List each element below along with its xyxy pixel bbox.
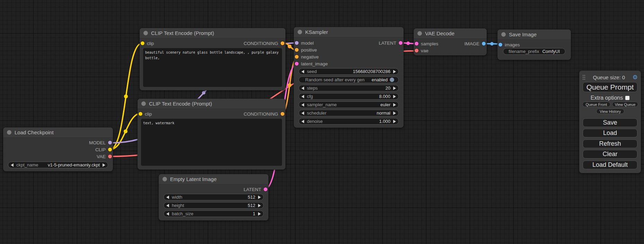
widget-label: steps [307, 85, 318, 91]
input-port-images[interactable] [499, 43, 502, 47]
view-history-button[interactable]: View History [596, 109, 624, 114]
widget-width[interactable]: width 512 [164, 194, 264, 200]
collapse-dot-icon[interactable] [7, 130, 11, 135]
toggle-knob-icon[interactable] [390, 78, 394, 82]
queue-panel[interactable]: Queue size: 0 ⚙ Queue Prompt Extra optio… [579, 71, 641, 173]
output-port-conditioning[interactable] [281, 42, 284, 45]
positive-prompt-textarea[interactable]: beautiful scenery nature glass bottle la… [143, 48, 282, 87]
input-port-samples[interactable] [415, 42, 418, 46]
input-port-negative[interactable] [295, 55, 299, 59]
node-save-image[interactable]: Save Image images filename_prefix ComfyU… [497, 29, 571, 60]
decrement-arrow-icon[interactable] [301, 103, 304, 107]
decrement-arrow-icon[interactable] [301, 111, 304, 115]
node-title-bar[interactable]: CLIP Text Encode (Prompt) [138, 99, 285, 109]
collapse-dot-icon[interactable] [298, 30, 302, 34]
input-port-model[interactable] [295, 41, 299, 45]
widget-steps[interactable]: steps 20 [299, 85, 399, 91]
widget-height[interactable]: height 512 [164, 202, 264, 209]
widget-label: seed [307, 69, 317, 74]
increment-arrow-icon[interactable] [393, 95, 396, 98]
node-empty-latent-image[interactable]: Empty Latent Image LATENT width 512 heig… [159, 174, 268, 220]
queue-panel-header: Queue size: 0 ⚙ [582, 74, 638, 81]
input-port-vae[interactable] [415, 49, 418, 53]
node-vae-decode[interactable]: VAE Decode samples IMAGE vae [414, 28, 487, 55]
node-clip-text-encode-positive[interactable]: CLIP Text Encode (Prompt) clip CONDITION… [140, 28, 285, 90]
queue-front-button[interactable]: Queue Front [582, 102, 610, 107]
input-label-model: model [301, 40, 314, 46]
node-title-bar[interactable]: Load Checkpoint [3, 127, 113, 138]
widget-batch-size[interactable]: batch_size 1 [164, 210, 264, 217]
widget-denoise[interactable]: denoise 1.000 [299, 118, 399, 125]
increment-arrow-icon[interactable] [258, 204, 261, 207]
clear-button[interactable]: Clear [583, 150, 637, 159]
node-clip-text-encode-negative[interactable]: CLIP Text Encode (Prompt) clip CONDITION… [138, 99, 285, 170]
output-port-latent[interactable] [399, 41, 403, 45]
node-title: KSampler [305, 29, 328, 35]
input-label-latent-image: latent_image [301, 61, 328, 66]
queue-prompt-button[interactable]: Queue Prompt [583, 82, 637, 92]
widget-ckpt-name[interactable]: ckpt_name v1-5-pruned-emaonly.ckpt [8, 162, 108, 168]
output-port-conditioning[interactable] [281, 112, 284, 116]
collapse-dot-icon[interactable] [162, 177, 167, 181]
decrement-arrow-icon[interactable] [301, 120, 304, 123]
extra-options-checkbox[interactable] [625, 96, 629, 100]
output-port-image[interactable] [482, 42, 486, 46]
input-port-clip[interactable] [139, 112, 142, 116]
output-label-model: MODEL [89, 140, 106, 145]
widget-label: Random seed after every gen [305, 77, 364, 82]
widget-cfg[interactable]: cfg 8.000 [299, 93, 399, 100]
widget-filename-prefix[interactable]: filename_prefix ComfyUI [503, 48, 565, 55]
widget-random-seed-toggle[interactable]: Random seed after every gen enabled [299, 76, 399, 83]
node-title-bar[interactable]: Empty Latent Image [159, 174, 268, 184]
collapse-dot-icon[interactable] [417, 31, 422, 36]
decrement-arrow-icon[interactable] [166, 204, 169, 207]
negative-prompt-textarea[interactable]: text, watermark [141, 119, 282, 166]
widget-value: v1-5-pruned-emaonly.ckpt [48, 162, 100, 168]
increment-arrow-icon[interactable] [258, 196, 261, 199]
input-port-positive[interactable] [295, 48, 299, 52]
node-title-bar[interactable]: KSampler [294, 27, 404, 37]
decrement-arrow-icon[interactable] [301, 70, 304, 73]
refresh-button[interactable]: Refresh [583, 139, 637, 148]
node-title-bar[interactable]: Save Image [497, 29, 571, 40]
widget-value: ComfyUI [542, 49, 560, 54]
node-title-bar[interactable]: CLIP Text Encode (Prompt) [140, 28, 285, 38]
input-port-latent-image[interactable] [295, 62, 299, 66]
increment-arrow-icon[interactable] [393, 111, 396, 115]
node-ksampler[interactable]: KSampler model LATENT positive negative … [294, 27, 404, 128]
decrement-arrow-icon[interactable] [301, 95, 304, 98]
increment-arrow-icon[interactable] [393, 70, 396, 73]
collapse-dot-icon[interactable] [501, 32, 506, 37]
view-queue-button[interactable]: View Queue [612, 102, 638, 107]
increment-arrow-icon[interactable] [393, 87, 396, 90]
widget-label: batch_size [172, 211, 193, 216]
input-port-clip[interactable] [141, 42, 144, 45]
collapse-dot-icon[interactable] [143, 31, 148, 35]
node-load-checkpoint[interactable]: Load Checkpoint MODEL CLIP VAE ckpt_name… [3, 127, 113, 171]
decrement-arrow-icon[interactable] [301, 87, 304, 90]
load-button[interactable]: Load [583, 129, 637, 137]
drag-grip-icon[interactable] [582, 74, 585, 80]
graph-canvas[interactable]: CLIP Text Encode (Prompt) clip CONDITION… [0, 0, 644, 244]
collapse-dot-icon[interactable] [141, 101, 146, 106]
widget-scheduler[interactable]: scheduler normal [299, 110, 399, 116]
increment-arrow-icon[interactable] [393, 120, 396, 123]
save-button[interactable]: Save [583, 118, 637, 127]
output-port-vae[interactable] [108, 155, 112, 159]
widget-label: scheduler [307, 110, 326, 116]
decrement-arrow-icon[interactable] [11, 163, 14, 167]
decrement-arrow-icon[interactable] [166, 212, 169, 216]
output-port-model[interactable] [108, 141, 112, 145]
decrement-arrow-icon[interactable] [166, 196, 169, 199]
increment-arrow-icon[interactable] [103, 163, 105, 167]
output-port-latent[interactable] [264, 188, 267, 191]
output-label-clip: CLIP [95, 147, 106, 152]
widget-seed[interactable]: seed 156680208700286 [299, 68, 399, 75]
widget-sampler-name[interactable]: sampler_name euler [299, 101, 399, 108]
increment-arrow-icon[interactable] [258, 212, 261, 216]
increment-arrow-icon[interactable] [393, 103, 396, 107]
load-default-button[interactable]: Load Default [583, 161, 637, 169]
node-title-bar[interactable]: VAE Decode [414, 28, 487, 39]
gear-icon[interactable]: ⚙ [633, 74, 638, 80]
output-port-clip[interactable] [108, 148, 112, 152]
